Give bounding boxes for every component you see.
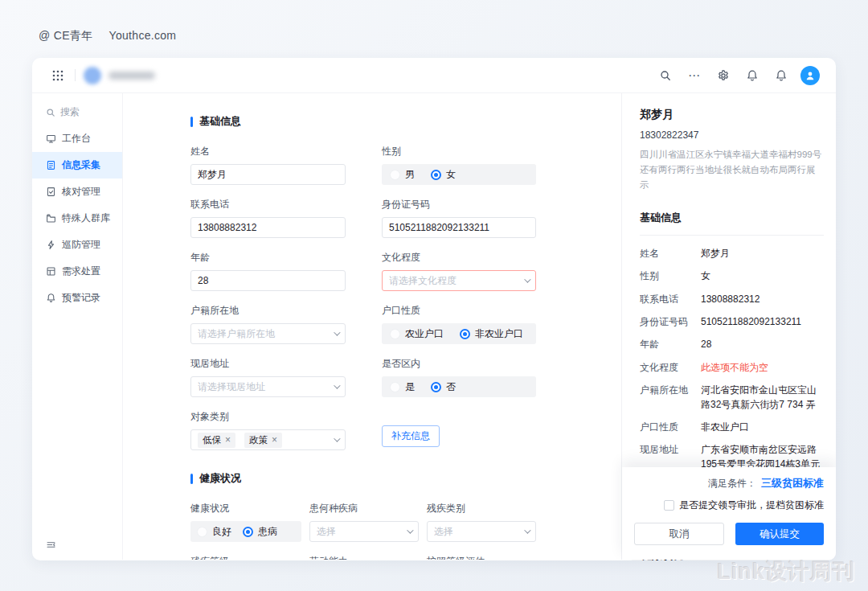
- condition-row: 满足条件： 三级贫困标准: [634, 476, 824, 490]
- current-address-select[interactable]: 请选择现居地址: [190, 376, 346, 397]
- detail-row-education: 文化程度 此选项不能为空: [640, 361, 824, 375]
- topbar-divider: [75, 69, 76, 81]
- id-number-input[interactable]: [382, 217, 536, 238]
- field-name: 姓名: [190, 145, 346, 185]
- age-input[interactable]: [190, 270, 346, 291]
- detail-label: 身份证号码: [640, 315, 691, 329]
- divider: [640, 235, 824, 236]
- field-care-assessment: 护照等级评估 选择: [427, 555, 536, 560]
- education-label: 文化程度: [382, 251, 536, 265]
- detail-person-phone: 18302822347: [640, 129, 824, 141]
- tag-remove-icon[interactable]: ×: [272, 435, 277, 445]
- detail-label: 年龄: [640, 338, 691, 351]
- sidebar-item-label: 预警记录: [62, 291, 100, 305]
- education-placeholder: 请选择文化程度: [389, 274, 520, 288]
- gender-option-male[interactable]: 男: [390, 168, 415, 182]
- collapse-sidebar-icon[interactable]: [46, 540, 56, 550]
- sidebar-item-workbench[interactable]: 工作台: [32, 125, 122, 152]
- current-address-placeholder: 请选择现居地址: [198, 380, 330, 394]
- field-gender: 性别 男 女: [382, 145, 536, 185]
- detail-label: 联系电话: [640, 293, 691, 306]
- special-group-folder-icon: [46, 213, 56, 224]
- category-multiselect[interactable]: 低保 × 政策 ×: [190, 429, 346, 450]
- detail-row-age: 年龄 28: [640, 338, 824, 351]
- more-icon[interactable]: ⋯: [685, 66, 704, 85]
- field-supplement: 补充信息: [382, 410, 536, 450]
- sidebar-item-label: 特殊人群库: [62, 211, 110, 225]
- field-age: 年龄: [190, 251, 346, 291]
- tag-label: 低保: [203, 434, 221, 446]
- tag-remove-icon[interactable]: ×: [225, 435, 231, 445]
- approval-checkbox[interactable]: [664, 500, 674, 511]
- sidebar-item-special-group[interactable]: 特殊人群库: [32, 205, 122, 232]
- registered-residence-label: 户籍所在地: [190, 304, 346, 318]
- search-icon[interactable]: [656, 66, 675, 85]
- alert-record-icon: [46, 293, 56, 303]
- detail-value: 河北省安阳市金山屯区宝山路32号真新六街坊7 734 弄: [701, 384, 824, 412]
- chevron-down-icon: [407, 527, 413, 533]
- field-health-status: 健康状况 良好 患病: [190, 502, 301, 542]
- topbar: ⋯: [32, 58, 836, 93]
- health-option-sick[interactable]: 患病: [243, 525, 277, 539]
- brand-name: CE青年: [54, 29, 93, 42]
- detail-person-name: 郑梦月: [640, 108, 824, 122]
- radio-checked-icon: [460, 329, 470, 339]
- phone-input[interactable]: [190, 217, 346, 238]
- field-phone: 联系电话: [190, 198, 346, 238]
- detail-value: 郑梦月: [701, 247, 824, 261]
- household-option-non-agricultural[interactable]: 非农业户口: [460, 327, 523, 341]
- in-district-option-no[interactable]: 否: [431, 380, 456, 394]
- name-input[interactable]: [190, 164, 346, 185]
- field-in-district: 是否区内 是 否: [382, 357, 536, 397]
- detail-label: 性别: [640, 269, 691, 283]
- detail-value: 女: [701, 269, 824, 283]
- disability-level-label: 残疾等级: [190, 555, 301, 560]
- sidebar-item-info-collect[interactable]: 信息采集: [32, 152, 122, 179]
- disease-label: 患何种疾病: [309, 502, 419, 515]
- sidebar-item-verify[interactable]: 核对管理: [32, 179, 122, 205]
- detail-footer: 满足条件： 三级贫困标准 是否提交领导审批，提档贫困标准 取消 确认提交: [622, 467, 836, 560]
- label-spacer: [382, 410, 536, 425]
- in-district-label: 是否区内: [382, 357, 536, 371]
- condition-label: 满足条件：: [708, 477, 756, 490]
- brand-prefix: @: [39, 29, 51, 42]
- registered-residence-select[interactable]: 请选择户籍所在地: [190, 323, 346, 344]
- health-option-good[interactable]: 良好: [197, 525, 231, 539]
- gender-option-female[interactable]: 女: [431, 168, 456, 182]
- sidebar-search[interactable]: 搜索: [32, 99, 122, 125]
- settings-gear-icon[interactable]: [714, 66, 733, 85]
- verify-doc-icon: [46, 187, 56, 197]
- education-select[interactable]: 请选择文化程度: [382, 270, 536, 291]
- sidebar-item-alert-record[interactable]: 预警记录: [32, 285, 122, 311]
- confirm-submit-button[interactable]: 确认提交: [735, 523, 824, 545]
- sidebar-item-demand[interactable]: 需求处置: [32, 258, 122, 285]
- chevron-down-icon: [524, 276, 530, 282]
- disease-select[interactable]: 选择: [309, 521, 419, 542]
- sidebar-item-label: 巡防管理: [62, 238, 100, 252]
- detail-value: 非农业户口: [701, 421, 824, 434]
- field-disease: 患何种疾病 选择: [309, 502, 419, 542]
- workbench-icon: [46, 133, 56, 144]
- household-non-agricultural-label: 非农业户口: [475, 327, 523, 341]
- registered-residence-placeholder: 请选择户籍所在地: [198, 327, 330, 341]
- age-label: 年龄: [190, 251, 346, 265]
- topbar-actions: ⋯: [656, 66, 820, 85]
- household-option-agricultural[interactable]: 农业户口: [390, 327, 444, 341]
- detail-label: 文化程度: [640, 361, 691, 375]
- app-grid-icon[interactable]: [48, 66, 68, 85]
- notification-bell-icon[interactable]: [743, 66, 762, 85]
- condition-link[interactable]: 三级贫困标准: [761, 476, 824, 490]
- supplement-info-button[interactable]: 补充信息: [382, 425, 440, 447]
- watermark: Link设计周刊: [717, 557, 855, 586]
- radio-unchecked-icon: [390, 329, 400, 339]
- sidebar-item-label: 核对管理: [62, 185, 100, 199]
- gender-radio-group: 男 女: [382, 164, 536, 185]
- section-header-health: 健康状况: [190, 471, 621, 486]
- in-district-option-yes[interactable]: 是: [390, 380, 415, 394]
- alert-bell-icon[interactable]: [772, 66, 791, 85]
- cancel-button[interactable]: 取消: [634, 523, 724, 545]
- avatar[interactable]: [800, 66, 820, 85]
- approval-row: 是否提交领导审批，提档贫困标准: [634, 499, 824, 512]
- disability-type-select[interactable]: 选择: [427, 521, 536, 542]
- sidebar-item-patrol[interactable]: 巡防管理: [32, 232, 122, 258]
